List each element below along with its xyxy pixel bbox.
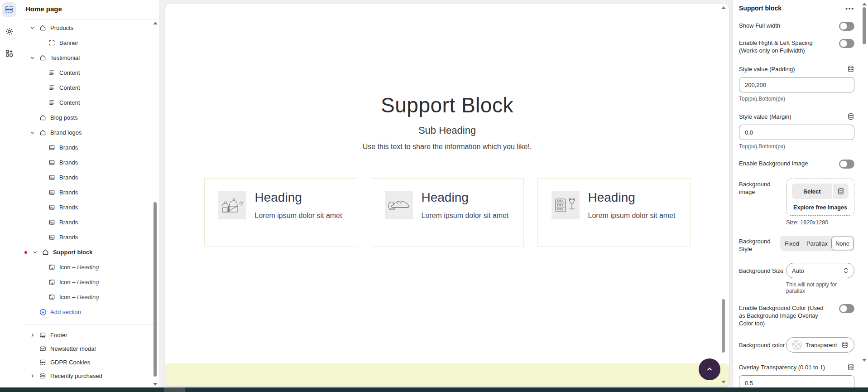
app-embeds-button[interactable]	[2, 46, 16, 60]
chevron-down-icon[interactable]	[29, 25, 35, 30]
theme-settings-button[interactable]	[2, 24, 16, 39]
sidebar-item-brands-6[interactable]: Brands	[18, 215, 159, 230]
add-section-button[interactable]: Add section	[18, 305, 159, 319]
sidebar-item-label: Products	[50, 24, 73, 31]
image-with-text-icon	[48, 264, 56, 271]
sidebar-item-content-1[interactable]: Content	[18, 65, 159, 80]
more-options-icon[interactable]: •••	[845, 5, 854, 12]
chevron-down-icon[interactable]	[29, 130, 35, 135]
scrollbar-thumb[interactable]	[722, 299, 725, 353]
panel-scrollbar[interactable]	[862, 2, 867, 387]
bg-color-picker[interactable]: Transparent	[786, 337, 854, 353]
bg-size-select[interactable]: Auto	[786, 263, 854, 278]
sidebar-item-recently-purchased[interactable]: Recently purchased	[18, 369, 159, 382]
bg-color-value: Transparent	[806, 342, 841, 348]
scroll-down-arrow[interactable]	[153, 383, 158, 386]
sidebar-item-gdpr-cookies[interactable]: GDPR Cookies	[18, 355, 159, 369]
sidebar-item-banner[interactable]: Banner	[18, 35, 159, 50]
bg-style-option-none[interactable]: None	[831, 237, 854, 250]
support-card-1[interactable]: Heading Lorem ipsum dolor sit amet	[204, 178, 357, 247]
dynamic-source-icon[interactable]	[832, 184, 849, 199]
show-full-width-toggle[interactable]	[839, 22, 854, 31]
sidebar-scrollbar[interactable]	[153, 21, 158, 379]
transparent-swatch-icon	[792, 340, 802, 350]
scroll-up-arrow[interactable]	[862, 3, 867, 5]
sidebar-item-label: Brands	[59, 219, 78, 226]
margin-input[interactable]	[739, 125, 854, 140]
dynamic-source-icon[interactable]	[847, 363, 854, 371]
bg-color-label: Background color	[739, 341, 786, 349]
sidebar-item-label: Footer	[50, 332, 67, 339]
scrollbar-thumb[interactable]	[863, 7, 866, 44]
dynamic-source-icon[interactable]	[847, 65, 854, 73]
text-lines-icon	[48, 69, 56, 76]
dynamic-source-icon[interactable]	[841, 341, 849, 348]
bg-style-segmented-control: Fixed Parallax None	[780, 236, 854, 251]
sidebar-item-content-2[interactable]: Content	[18, 80, 159, 95]
enable-spacing-toggle[interactable]	[839, 39, 854, 48]
sections-tab-button[interactable]	[2, 2, 16, 17]
sidebar-item-testimonial[interactable]: Testimonial	[18, 50, 159, 65]
sidebar-item-footer[interactable]: Footer	[18, 328, 159, 342]
enable-bg-image-toggle[interactable]	[839, 160, 854, 169]
sidebar-item-label: Content	[59, 99, 80, 106]
bottom-bar	[0, 387, 868, 392]
sidebar-item-label: Icon – Heading	[59, 264, 99, 271]
scroll-down-arrow[interactable]	[721, 381, 726, 383]
sidebar-item-brands-4[interactable]: Brands	[18, 185, 159, 200]
dynamic-source-icon[interactable]	[847, 113, 854, 120]
scrollbar-thumb[interactable]	[153, 202, 157, 377]
add-section-label: Add section	[50, 309, 81, 315]
sidebar-item-brands-7[interactable]: Brands	[18, 230, 159, 245]
enable-bg-color-toggle[interactable]	[839, 304, 854, 313]
sidebar-item-brands-2[interactable]: Brands	[18, 155, 159, 170]
sidebar-item-newsletter-modal[interactable]: Newsletter modal	[18, 342, 159, 355]
enable-bg-image-row: Enable Background image	[739, 160, 854, 169]
plus-circle-icon	[39, 309, 47, 316]
sidebar-item-icon-heading-2[interactable]: Icon – Heading	[18, 275, 159, 290]
scroll-to-top-button[interactable]	[699, 358, 720, 380]
select-image-button[interactable]: Select	[792, 184, 849, 199]
preview-page[interactable]: Support Block Sub Heading Use this text …	[165, 4, 729, 386]
bg-style-option-fixed[interactable]: Fixed	[781, 237, 803, 250]
gear-icon	[5, 27, 14, 36]
preview-scrollbar[interactable]	[721, 5, 726, 384]
app-blocks-plus-icon	[5, 49, 14, 58]
margin-label: Style value (Margin)	[739, 113, 791, 120]
chevron-down-icon[interactable]	[29, 55, 35, 60]
chevron-down-icon[interactable]	[32, 250, 38, 255]
bg-style-row: Background Style Fixed Parallax None	[739, 236, 854, 253]
section-block-icon	[39, 373, 47, 379]
bg-style-option-parallax[interactable]: Parallax	[803, 237, 831, 250]
scroll-up-arrow[interactable]	[721, 6, 726, 9]
sidebar-item-icon-heading-3[interactable]: Icon – Heading	[18, 290, 159, 305]
sidebar-item-blog-posts[interactable]: Blog posts	[18, 110, 159, 125]
sidebar-item-label: Brands	[59, 159, 78, 166]
section-settings-panel: Support block ••• Show Full width Enable…	[732, 0, 868, 387]
sidebar-item-brands-5[interactable]: Brands	[18, 200, 159, 215]
enable-bg-image-label: Enable Background image	[739, 160, 830, 169]
support-cards: Heading Lorem ipsum dolor sit amet Headi…	[165, 178, 729, 247]
support-card-3[interactable]: Heading Lorem ipsum dolor sit amet	[537, 178, 691, 247]
home-section-icon	[39, 129, 47, 136]
sidebar-item-brands-1[interactable]: Brands	[18, 140, 159, 155]
scroll-down-arrow[interactable]	[862, 359, 867, 362]
sidebar-item-icon-heading-1[interactable]: Icon – Heading	[18, 260, 159, 275]
home-section-icon	[39, 54, 47, 61]
image-icon	[48, 174, 56, 181]
home-section-icon	[39, 114, 47, 121]
image-icon	[48, 144, 56, 151]
sidebar-item-label: Brands	[59, 144, 78, 151]
sidebar-item-products[interactable]: Products	[18, 20, 159, 35]
chevron-right-icon[interactable]	[29, 373, 35, 378]
sidebar-item-brand-logos[interactable]: Brand logos	[18, 125, 159, 140]
sidebar-item-label: Icon – Heading	[59, 294, 99, 300]
explore-free-images-link[interactable]: Explore free images	[792, 204, 849, 211]
padding-input[interactable]	[739, 77, 854, 92]
sidebar-item-content-3[interactable]: Content	[18, 95, 159, 110]
sidebar-item-support-block[interactable]: Support block	[18, 245, 159, 260]
chevron-right-icon[interactable]	[29, 333, 35, 338]
support-card-2[interactable]: Heading Lorem ipsum dolor sit amet	[371, 178, 524, 247]
sidebar-item-brands-3[interactable]: Brands	[18, 170, 159, 185]
scroll-up-arrow[interactable]	[153, 22, 158, 24]
